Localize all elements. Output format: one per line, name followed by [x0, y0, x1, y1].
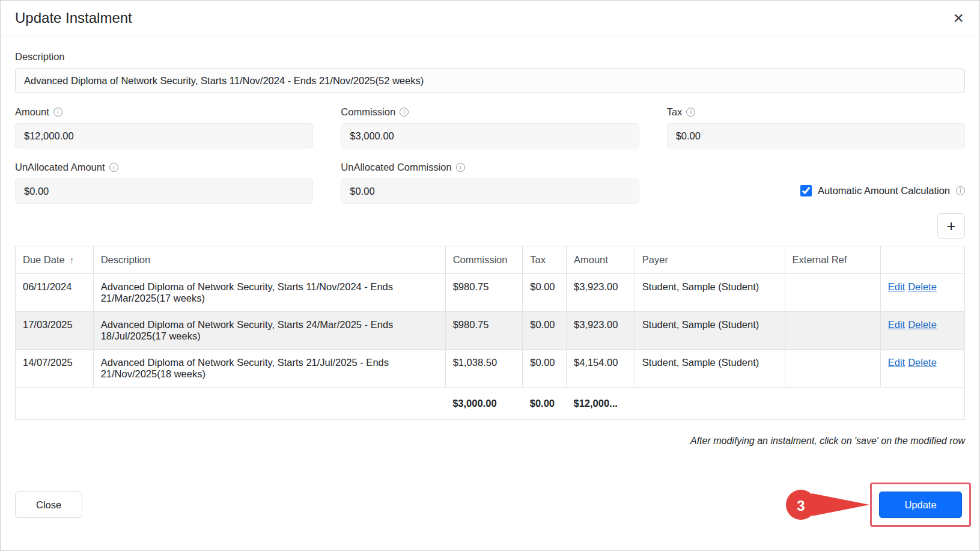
- auto-calc-group: Automatic Amount Calculation i: [667, 162, 965, 204]
- total-commission: $3,000.00: [445, 388, 523, 420]
- edit-link[interactable]: Edit: [888, 281, 905, 292]
- column-header-external-ref: External Ref: [785, 246, 880, 274]
- amount-field-group: Amount i: [15, 106, 313, 148]
- cell-commission: $1,038.50: [445, 350, 523, 388]
- totals-row: $3,000.00 $0.00 $12,000...: [16, 388, 965, 420]
- cell-due-date: 06/11/2024: [16, 274, 94, 312]
- delete-link[interactable]: Delete: [908, 319, 937, 330]
- auto-calc-label: Automatic Amount Calculation: [818, 185, 950, 196]
- cell-external-ref: [785, 274, 880, 312]
- step-number: 3: [797, 498, 805, 514]
- column-header-tax: Tax: [523, 246, 567, 274]
- add-row: +: [15, 213, 965, 239]
- update-instalment-modal: { "modal": { "title": "Update Instalment…: [0, 0, 980, 551]
- cell-due-date: 17/03/2025: [16, 312, 94, 350]
- column-header-payer: Payer: [635, 246, 785, 274]
- amounts-row: Amount i Commission i Tax i: [15, 106, 965, 148]
- table-row: 17/03/2025 Advanced Diploma of Network S…: [16, 312, 965, 350]
- description-label: Description: [15, 51, 965, 62]
- modal-footer: Close 3 Update: [1, 483, 979, 527]
- unallocated-row: UnAllocated Amount i UnAllocated Commiss…: [15, 162, 965, 204]
- column-header-actions: [880, 246, 964, 274]
- cell-payer: Student, Sample (Student): [635, 350, 785, 388]
- cell-amount: $4,154.00: [566, 350, 635, 388]
- commission-field-group: Commission i: [341, 106, 639, 148]
- unallocated-amount-label: UnAllocated Amount i: [15, 162, 313, 173]
- info-icon: i: [456, 163, 465, 172]
- plus-icon: +: [946, 217, 955, 235]
- tax-label: Tax i: [667, 106, 965, 118]
- description-input[interactable]: [15, 68, 965, 93]
- instalments-table: Due Date↑ Description Commission Tax Amo…: [15, 246, 965, 420]
- cell-commission: $980.75: [445, 312, 523, 350]
- delete-link[interactable]: Delete: [908, 357, 937, 368]
- cell-tax: $0.00: [523, 350, 567, 388]
- edit-link[interactable]: Edit: [888, 357, 905, 368]
- step-3-arrow-annotation: 3: [782, 487, 871, 522]
- delete-link[interactable]: Delete: [908, 281, 937, 292]
- add-instalment-button[interactable]: +: [937, 213, 965, 239]
- cell-actions: EditDelete: [880, 312, 964, 350]
- close-icon[interactable]: ×: [953, 9, 964, 27]
- description-field-group: Description: [15, 51, 965, 93]
- cell-description: Advanced Diploma of Network Security, St…: [93, 274, 445, 312]
- table-header-row: Due Date↑ Description Commission Tax Amo…: [16, 246, 965, 274]
- cell-actions: EditDelete: [880, 274, 964, 312]
- column-header-description: Description: [93, 246, 445, 274]
- unallocated-amount-field-group: UnAllocated Amount i: [15, 162, 313, 204]
- info-icon: i: [956, 186, 965, 195]
- tax-input[interactable]: [667, 123, 965, 148]
- cell-payer: Student, Sample (Student): [635, 312, 785, 350]
- cell-due-date: 14/07/2025: [16, 350, 94, 388]
- sort-ascending-icon: ↑: [70, 255, 75, 265]
- unallocated-commission-label: UnAllocated Commission i: [341, 162, 639, 173]
- update-button[interactable]: Update: [879, 492, 962, 518]
- edit-link[interactable]: Edit: [888, 319, 905, 330]
- cell-commission: $980.75: [445, 274, 523, 312]
- save-hint-note: After modifying an instalment, click on …: [15, 436, 965, 446]
- cell-external-ref: [785, 312, 880, 350]
- cell-external-ref: [785, 350, 880, 388]
- unallocated-amount-input[interactable]: [15, 178, 313, 204]
- modal-header: Update Instalment ×: [1, 1, 979, 35]
- column-header-amount: Amount: [566, 246, 635, 274]
- table-row: 14/07/2025 Advanced Diploma of Network S…: [16, 350, 965, 388]
- commission-input[interactable]: [341, 123, 639, 148]
- update-button-highlight: 3 Update: [870, 483, 971, 527]
- cell-payer: Student, Sample (Student): [635, 274, 785, 312]
- table-row: 06/11/2024 Advanced Diploma of Network S…: [16, 274, 965, 312]
- amount-label: Amount i: [15, 106, 313, 118]
- info-icon: i: [109, 163, 118, 172]
- amount-input[interactable]: [15, 123, 313, 148]
- cell-description: Advanced Diploma of Network Security, St…: [93, 350, 445, 388]
- info-icon: i: [686, 108, 695, 117]
- column-header-commission: Commission: [445, 246, 523, 274]
- cell-description: Advanced Diploma of Network Security, St…: [93, 312, 445, 350]
- cell-amount: $3,923.00: [566, 312, 635, 350]
- total-tax: $0.00: [523, 388, 567, 420]
- total-amount: $12,000...: [566, 388, 635, 420]
- unallocated-commission-input[interactable]: [341, 178, 639, 204]
- commission-label: Commission i: [341, 106, 639, 118]
- cell-actions: EditDelete: [880, 350, 964, 388]
- cell-tax: $0.00: [523, 312, 567, 350]
- modal-body: Description Amount i Commission i Tax i: [1, 35, 979, 446]
- info-icon: i: [400, 108, 409, 117]
- column-header-due-date[interactable]: Due Date↑: [16, 246, 94, 274]
- cell-tax: $0.00: [523, 274, 567, 312]
- info-icon: i: [53, 108, 62, 117]
- unallocated-commission-field-group: UnAllocated Commission i: [341, 162, 639, 204]
- cell-amount: $3,923.00: [566, 274, 635, 312]
- page-title: Update Instalment: [15, 10, 132, 26]
- tax-field-group: Tax i: [667, 106, 965, 148]
- automatic-amount-calculation-checkbox[interactable]: [800, 185, 812, 196]
- close-button[interactable]: Close: [15, 492, 82, 518]
